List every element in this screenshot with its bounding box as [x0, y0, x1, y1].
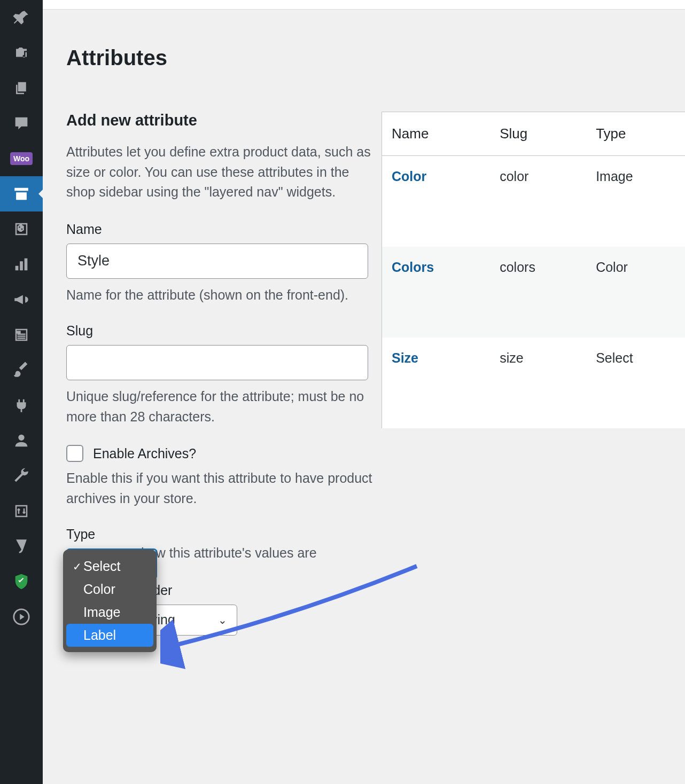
attr-type: Color: [586, 247, 685, 338]
user-icon: [12, 432, 30, 450]
type-help: how this attribute's values are: [141, 543, 382, 563]
type-dropdown: ✓Select Color Image Label: [63, 550, 157, 652]
sidebar-item-users[interactable]: [0, 423, 43, 458]
type-option-select[interactable]: ✓Select: [66, 555, 153, 578]
attr-type: Image: [586, 156, 685, 247]
type-option-color[interactable]: Color: [66, 578, 153, 601]
type-option-image[interactable]: Image: [66, 601, 153, 624]
order-label: order: [141, 583, 382, 598]
main-content: Attributes Add new attribute Attributes …: [43, 0, 685, 784]
add-attribute-form: Add new attribute Attributes let you def…: [66, 112, 382, 673]
type-label: Type: [66, 527, 382, 542]
sidebar-item-forms[interactable]: [0, 317, 43, 352]
th-name: Name: [382, 112, 491, 156]
form-section-desc: Attributes let you define extra product …: [66, 142, 379, 202]
attr-slug: size: [490, 338, 586, 428]
slug-label: Slug: [66, 323, 382, 339]
sidebar-item-comments[interactable]: [0, 106, 43, 141]
admin-sidebar: Woo: [0, 0, 43, 784]
attributes-table: Name Slug Type Color color Image Colors: [382, 112, 685, 428]
sidebar-item-plugins[interactable]: [0, 388, 43, 423]
archives-label: Enable Archives?: [93, 446, 196, 461]
page-title: Attributes: [66, 46, 685, 70]
sidebar-item-appearance[interactable]: [0, 352, 43, 388]
sidebar-item-media[interactable]: [0, 35, 43, 70]
sidebar-item-tools[interactable]: [0, 458, 43, 493]
archives-checkbox[interactable]: [66, 445, 83, 462]
sliders-icon: [13, 503, 29, 519]
archive-icon: [12, 185, 30, 203]
slug-help: Unique slug/reference for the attribute;…: [66, 387, 379, 427]
sidebar-item-security[interactable]: [0, 564, 43, 599]
dollar-box-icon: [13, 221, 29, 237]
sidebar-item-payments[interactable]: [0, 211, 43, 247]
sidebar-item-analytics[interactable]: [0, 247, 43, 282]
type-option-label[interactable]: Label: [66, 624, 153, 647]
archives-help: Enable this if you want this attribute t…: [66, 468, 379, 508]
name-help: Name for the attribute (shown on the fro…: [66, 285, 379, 305]
megaphone-icon: [12, 291, 30, 309]
sidebar-item-woo[interactable]: Woo: [0, 141, 43, 176]
pages-icon: [13, 80, 29, 96]
slug-input[interactable]: [66, 345, 368, 380]
name-label: Name: [66, 222, 382, 237]
shield-check-icon: [12, 573, 30, 591]
sidebar-item-seo[interactable]: [0, 529, 43, 564]
chevron-down-icon: ⌄: [218, 614, 227, 626]
th-slug: Slug: [490, 112, 586, 156]
play-circle-icon: [12, 608, 30, 626]
camera-music-icon: [13, 45, 29, 61]
table-row: Colors colors Color: [382, 247, 686, 338]
name-input[interactable]: [66, 244, 368, 279]
top-bar: [43, 0, 685, 10]
comment-icon: [12, 114, 30, 132]
pin-icon: [12, 9, 30, 27]
form-icon: [13, 327, 29, 343]
brush-icon: [12, 361, 30, 379]
sidebar-item-products[interactable]: [0, 176, 43, 211]
sidebar-item-marketing[interactable]: [0, 282, 43, 317]
sidebar-item-pin[interactable]: [0, 0, 43, 35]
plug-icon: [12, 396, 30, 414]
woo-icon: Woo: [10, 152, 33, 165]
yoast-icon: [12, 537, 30, 555]
sidebar-item-play[interactable]: [0, 599, 43, 634]
th-type: Type: [586, 112, 685, 156]
attr-link[interactable]: Colors: [392, 260, 434, 275]
wrench-icon: [12, 467, 30, 485]
attr-link[interactable]: Color: [392, 169, 426, 184]
table-row: Size size Select: [382, 338, 686, 428]
sidebar-item-pages[interactable]: [0, 70, 43, 106]
form-section-title: Add new attribute: [66, 112, 382, 129]
attr-link[interactable]: Size: [392, 350, 418, 365]
attr-slug: color: [490, 156, 586, 247]
attr-slug: colors: [490, 247, 586, 338]
attr-type: Select: [586, 338, 685, 428]
sidebar-item-settings[interactable]: [0, 493, 43, 529]
bar-chart-icon: [12, 255, 30, 273]
table-row: Color color Image: [382, 156, 686, 247]
